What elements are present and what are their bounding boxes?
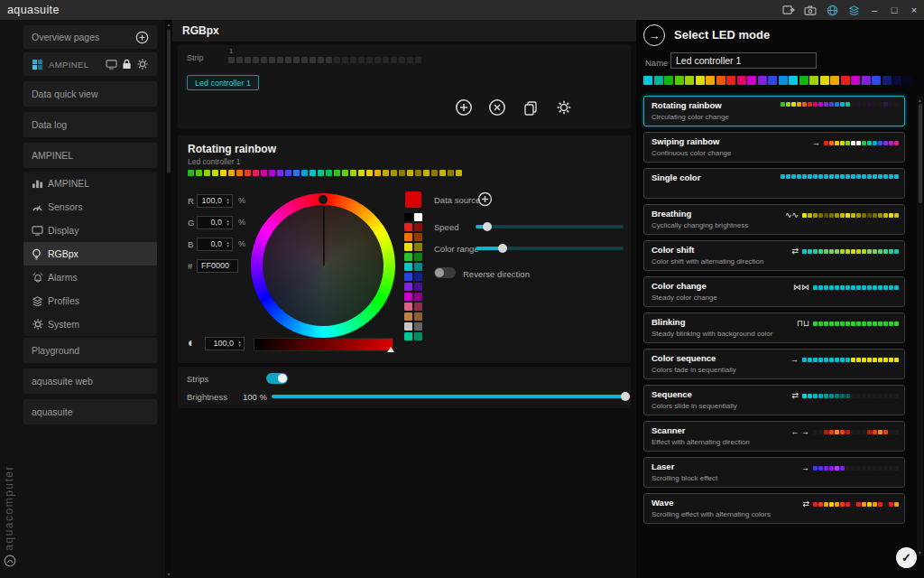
color-wheel-handle[interactable] <box>319 195 328 204</box>
palette-swatch[interactable] <box>404 273 412 281</box>
palette-swatch[interactable] <box>404 223 412 231</box>
led-swatch[interactable] <box>820 76 829 85</box>
red-stepper[interactable]: ▴▾ <box>197 194 233 208</box>
led-swatch[interactable] <box>643 76 652 85</box>
close-button[interactable]: × <box>904 0 924 20</box>
sidebar-item-ampinel[interactable]: AMPINEL <box>23 172 157 195</box>
mode-option-wave[interactable]: WaveScrolling effect with alternating co… <box>643 493 905 524</box>
sidebar-item-playground[interactable]: Playground <box>23 338 157 363</box>
slider-handle[interactable] <box>498 244 507 253</box>
color-range-slider[interactable] <box>476 247 624 250</box>
mode-option-laser[interactable]: LaserScrolling block effect→ <box>643 457 905 488</box>
palette-swatch[interactable] <box>414 312 422 321</box>
sidebar-item-sensors[interactable]: Sensors <box>23 195 157 219</box>
led-swatch[interactable] <box>789 76 798 85</box>
sidebar-item-aquasuite-web[interactable]: aquasuite web <box>23 368 157 394</box>
settings-button[interactable] <box>554 98 574 117</box>
overview-page-ampinel[interactable]: AMPINEL <box>23 52 157 76</box>
led-swatch[interactable] <box>779 76 788 85</box>
color-wheel[interactable] <box>251 193 395 338</box>
led-swatch[interactable] <box>892 76 901 85</box>
scroll-up-icon[interactable]: ▴ <box>165 21 172 27</box>
brightness-gradient-bar[interactable] <box>254 338 393 351</box>
global-brightness-slider[interactable] <box>272 395 625 398</box>
led-swatch[interactable] <box>664 76 673 85</box>
sidebar-item-aquasuite[interactable]: aquasuite <box>23 399 157 424</box>
red-value-input[interactable] <box>198 195 224 207</box>
palette-swatch[interactable] <box>414 223 422 231</box>
palette-swatch[interactable] <box>414 332 422 340</box>
add-data-source-button[interactable] <box>476 190 494 208</box>
layers-icon[interactable] <box>843 0 864 20</box>
new-window-icon[interactable] <box>778 0 799 20</box>
sidebar-item-rgbpx[interactable]: RGBpx <box>23 242 157 266</box>
mode-option-color-change[interactable]: Color changeSteady color change⋈⋈ <box>643 276 905 307</box>
scroll-down-icon[interactable]: ▾ <box>165 571 172 577</box>
led-swatch[interactable] <box>758 76 767 85</box>
remove-button[interactable] <box>487 98 507 117</box>
palette-swatch[interactable] <box>414 303 422 311</box>
overview-pages-header[interactable]: Overview pages <box>23 25 157 49</box>
palette-swatch[interactable] <box>404 293 412 301</box>
mode-option-rotating-rainbow[interactable]: Rotating rainbowCirculating color change <box>643 96 905 126</box>
palette-swatch[interactable] <box>404 303 412 311</box>
mode-option-color-sequence[interactable]: Color sequenceColors fade in sequentiall… <box>643 349 905 379</box>
led-swatch[interactable] <box>685 76 694 85</box>
led-swatch[interactable] <box>716 76 725 85</box>
mode-option-sequence[interactable]: SequenceColors slide in sequentially⇄ <box>643 385 905 415</box>
blue-stepper[interactable]: ▴▾ <box>197 238 233 251</box>
led-swatch[interactable] <box>809 76 818 85</box>
confirm-button[interactable]: ✓ <box>896 547 917 568</box>
led-swatch[interactable] <box>862 76 871 85</box>
stepper-arrows[interactable]: ▴▾ <box>236 338 244 350</box>
screenshot-icon[interactable] <box>799 0 821 20</box>
palette-swatch[interactable] <box>414 322 422 331</box>
led-swatch[interactable] <box>654 76 663 85</box>
led-controller-tab[interactable]: Led controller 1 <box>187 75 259 90</box>
sidebar-item-data-log[interactable]: Data log <box>23 112 157 137</box>
palette-swatch[interactable] <box>414 273 422 281</box>
mode-option-breathing[interactable]: BreathingCyclically changing brightness∿… <box>643 204 905 235</box>
stepper-arrows[interactable]: ▴▾ <box>224 238 232 250</box>
palette-swatch[interactable] <box>404 322 412 331</box>
scrollbar-thumb[interactable] <box>919 104 922 203</box>
palette-swatch[interactable] <box>404 332 412 340</box>
palette-swatch[interactable] <box>404 233 412 241</box>
led-swatch[interactable] <box>903 76 912 85</box>
led-swatch[interactable] <box>799 76 808 85</box>
led-swatch[interactable] <box>675 76 684 85</box>
slider-handle[interactable] <box>621 392 630 401</box>
mode-option-swiping-rainbow[interactable]: Swiping rainbowContinuous color change→ <box>643 132 905 163</box>
duplicate-button[interactable] <box>521 98 541 117</box>
led-swatch[interactable] <box>706 76 715 85</box>
palette-swatch[interactable] <box>414 263 422 271</box>
led-swatch[interactable] <box>768 76 777 85</box>
hex-color-input[interactable] <box>197 259 238 273</box>
palette-swatch[interactable] <box>404 253 412 261</box>
led-swatch[interactable] <box>882 76 892 85</box>
controller-name-input[interactable] <box>670 52 817 69</box>
palette-swatch[interactable] <box>414 283 422 291</box>
maximize-button[interactable]: □ <box>884 0 904 20</box>
slider-handle[interactable] <box>483 222 492 231</box>
gradient-handle[interactable] <box>387 347 394 352</box>
scrollbar-thumb[interactable] <box>167 29 171 173</box>
green-stepper[interactable]: ▴▾ <box>197 216 233 229</box>
panel-arrow-button[interactable]: → <box>643 24 665 46</box>
green-value-input[interactable] <box>198 217 224 228</box>
led-swatch[interactable] <box>841 76 850 85</box>
mode-option-single-color[interactable]: Single color <box>643 168 905 199</box>
blue-value-input[interactable] <box>198 238 224 250</box>
palette-swatch[interactable] <box>414 253 422 261</box>
scroll-down-icon[interactable]: ▾ <box>917 549 923 555</box>
lock-icon[interactable] <box>122 59 132 70</box>
mode-option-color-shift[interactable]: Color shiftColor shift with alternating … <box>643 240 905 271</box>
led-swatch[interactable] <box>830 76 839 85</box>
led-swatch[interactable] <box>737 76 746 85</box>
led-swatch[interactable] <box>747 76 756 85</box>
mode-list-scrollbar[interactable]: ▴ ▾ <box>917 96 923 556</box>
palette-swatch[interactable] <box>414 293 422 301</box>
palette-swatch[interactable] <box>404 283 412 291</box>
speed-slider[interactable] <box>476 225 624 228</box>
strips-toggle[interactable] <box>266 373 288 384</box>
